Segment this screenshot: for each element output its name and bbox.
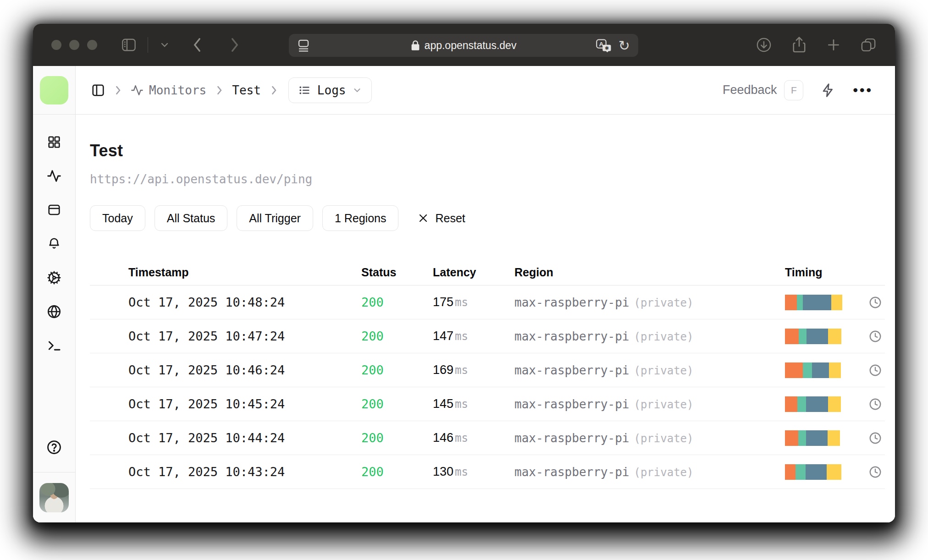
new-tab-icon[interactable]	[826, 38, 841, 52]
svg-text:✱: ✱	[605, 45, 609, 51]
chevron-down-icon[interactable]	[159, 41, 170, 49]
timing-bar	[785, 464, 858, 480]
clock-icon[interactable]	[858, 465, 885, 479]
cell-timestamp: Oct 17, 2025 10:47:24	[128, 329, 361, 343]
terminal-icon[interactable]	[43, 335, 65, 357]
cell-region: max-raspberry-pi(private)	[514, 329, 785, 343]
reload-icon[interactable]: ↻	[619, 38, 630, 54]
back-icon[interactable]	[191, 37, 203, 53]
help-icon[interactable]	[43, 436, 65, 458]
zoom-window-button[interactable]	[87, 40, 97, 50]
panel-toggle-icon[interactable]	[91, 83, 105, 97]
settings-cog-icon[interactable]	[43, 267, 65, 289]
cell-timestamp: Oct 17, 2025 10:44:24	[128, 431, 361, 445]
url-text: app.openstatus.dev	[425, 39, 517, 52]
lock-icon	[411, 40, 420, 51]
cell-timestamp: Oct 17, 2025 10:46:24	[128, 363, 361, 377]
cell-region: max-raspberry-pi(private)	[514, 431, 785, 445]
zap-icon[interactable]	[821, 83, 835, 98]
timing-bar	[785, 396, 858, 412]
cell-latency: 130ms	[433, 465, 514, 479]
table-row[interactable]: Oct 17, 2025 10:45:24 200 145ms max-rasp…	[90, 387, 885, 421]
timing-bar	[785, 362, 858, 378]
filter-button-1-regions[interactable]: 1 Regions	[322, 205, 399, 231]
notifications-bell-icon[interactable]	[43, 233, 65, 255]
clock-icon[interactable]	[858, 296, 885, 309]
traffic-lights	[51, 40, 97, 50]
table-row[interactable]: Oct 17, 2025 10:47:24 200 147ms max-rasp…	[90, 319, 885, 353]
timing-bar	[785, 329, 858, 344]
col-timestamp[interactable]: Timestamp	[128, 266, 361, 279]
main-content: Test https://api.openstatus.dev/ping Tod…	[76, 115, 895, 522]
breadcrumb-monitors[interactable]: Monitors	[131, 83, 206, 97]
cell-status: 200	[361, 329, 433, 343]
page-title: Test	[90, 141, 885, 160]
cell-latency: 146ms	[433, 431, 514, 445]
col-timing[interactable]: Timing	[785, 266, 858, 279]
cell-status: 200	[361, 431, 433, 445]
globe-icon[interactable]	[43, 301, 65, 323]
chevron-right-icon	[269, 84, 278, 96]
timing-bar	[785, 430, 858, 446]
col-region[interactable]: Region	[514, 266, 785, 279]
cell-latency: 169ms	[433, 363, 514, 377]
table-row[interactable]: Oct 17, 2025 10:48:24 200 175ms max-rasp…	[90, 285, 885, 319]
monitors-activity-icon[interactable]	[43, 165, 65, 187]
feedback-button[interactable]: Feedback F	[723, 80, 804, 100]
table-row[interactable]: Oct 17, 2025 10:44:24 200 146ms max-rasp…	[90, 421, 885, 455]
filter-button-today[interactable]: Today	[90, 205, 145, 231]
sidebar-rail	[33, 66, 76, 522]
table-row[interactable]: Oct 17, 2025 10:43:24 200 130ms max-rasp…	[90, 455, 885, 489]
cell-status: 200	[361, 363, 433, 377]
cell-status: 200	[361, 397, 433, 411]
filter-bar: TodayAll StatusAll Trigger1 Regions Rese…	[90, 205, 885, 231]
address-bar[interactable]: app.openstatus.dev A ✱ ↻	[289, 34, 638, 57]
share-icon[interactable]	[791, 36, 807, 54]
cell-timestamp: Oct 17, 2025 10:43:24	[128, 465, 361, 479]
timing-bar	[785, 295, 858, 310]
cell-region: max-raspberry-pi(private)	[514, 363, 785, 377]
feedback-shortcut-key: F	[784, 80, 803, 100]
cell-timestamp: Oct 17, 2025 10:45:24	[128, 397, 361, 411]
forward-icon[interactable]	[229, 37, 241, 53]
dashboard-grid-icon[interactable]	[43, 131, 65, 153]
cell-latency: 145ms	[433, 397, 514, 411]
logs-view-selector[interactable]: Logs	[288, 77, 372, 103]
cell-status: 200	[361, 295, 433, 309]
browser-sidebar-icon[interactable]	[121, 38, 137, 52]
cell-latency: 147ms	[433, 329, 514, 343]
x-icon	[418, 213, 429, 224]
filter-button-all-status[interactable]: All Status	[155, 205, 228, 231]
clock-icon[interactable]	[858, 363, 885, 377]
clock-icon[interactable]	[858, 329, 885, 343]
toolbar-divider	[148, 37, 148, 53]
reader-icon[interactable]	[297, 38, 310, 52]
cell-region: max-raspberry-pi(private)	[514, 397, 785, 411]
app-header: Monitors Test Logs	[76, 66, 895, 115]
breadcrumb-test[interactable]: Test	[232, 83, 261, 97]
reset-filters-button[interactable]: Reset	[418, 212, 465, 225]
translate-icon[interactable]: A ✱	[596, 38, 611, 52]
clock-icon[interactable]	[858, 431, 885, 445]
chevron-right-icon	[215, 84, 224, 96]
browser-window: app.openstatus.dev A ✱ ↻	[33, 24, 895, 522]
filter-button-all-trigger[interactable]: All Trigger	[237, 205, 313, 231]
logs-table: Timestamp Status Latency Region Timing O…	[90, 259, 885, 489]
minimize-window-button[interactable]	[69, 40, 79, 50]
activity-icon	[131, 84, 144, 97]
clock-icon[interactable]	[858, 397, 885, 411]
user-avatar[interactable]	[39, 483, 69, 512]
workspace-logo[interactable]	[40, 76, 68, 104]
table-header-row: Timestamp Status Latency Region Timing	[90, 259, 885, 285]
cell-status: 200	[361, 465, 433, 479]
close-window-button[interactable]	[51, 40, 61, 50]
table-row[interactable]: Oct 17, 2025 10:46:24 200 169ms max-rasp…	[90, 353, 885, 387]
download-icon[interactable]	[756, 37, 772, 53]
chevron-down-icon	[352, 85, 362, 95]
tab-overview-icon[interactable]	[860, 37, 877, 53]
more-options-icon[interactable]: •••	[853, 82, 873, 98]
col-status[interactable]: Status	[361, 266, 433, 279]
col-latency[interactable]: Latency	[433, 266, 514, 279]
status-pages-icon[interactable]	[43, 199, 65, 221]
chevron-right-icon	[113, 84, 122, 96]
